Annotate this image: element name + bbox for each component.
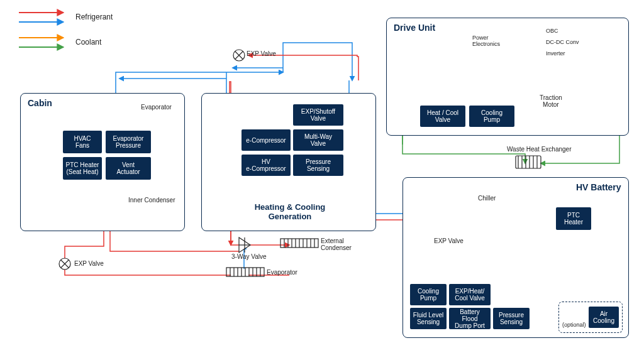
label-chiller: Chiller (478, 195, 496, 202)
label-inner-condenser: Inner Condenser (128, 197, 175, 204)
label-optional: (optional) (562, 322, 586, 328)
battery-title: HV Battery (576, 182, 621, 192)
chip-heat-cool-valve: Heat / Cool Valve (420, 106, 465, 127)
chip-ptc-heater-batt: PTC Heater (556, 207, 591, 230)
label-power-elec: Power Electronics (472, 35, 500, 47)
label-exp-valve-batt: EXP Valve (434, 237, 464, 244)
chip-pressure-hcg: Pressure Sensing (293, 155, 343, 176)
chip-hvac-fans: HVAC Fans (63, 131, 102, 153)
label-inverter: Inverter (546, 50, 565, 57)
diagram-stage: M * Refrigerant Coolant (0, 0, 644, 343)
cabin-group (20, 93, 185, 231)
label-traction: Traction Motor (540, 94, 562, 108)
chip-evap-pressure: Evaporator Pressure (106, 131, 151, 153)
label-evaporator: Evaporator (141, 104, 172, 111)
label-ext-condenser: External Condenser (321, 237, 352, 251)
chip-air-cooling: Air Cooling (589, 307, 619, 328)
chip-e-compressor: e-Compressor (242, 129, 291, 151)
label-3way: 3-Way Valve (231, 253, 267, 260)
label-dcdc: DC-DC Conv (546, 39, 579, 45)
label-whe: Waste Heat Exchanger (507, 146, 571, 153)
chip-vent-actuator: Vent Actuator (106, 157, 151, 180)
label-exp-valve-top: EXP Valve (247, 50, 276, 57)
label-obc: OBC (546, 28, 558, 34)
chip-battery-flood: Battery Flood Dump Port (449, 308, 491, 329)
chip-exp-shutoff: EXP/Shutoff Valve (293, 104, 343, 126)
chip-pressure-batt: Pressure Sensing (493, 308, 530, 329)
chip-exp-heat-cool: EXP/Heat/ Cool Valve (449, 284, 491, 305)
chip-cooling-pump-batt: Cooling Pump (410, 284, 447, 305)
exp-valve-icon (233, 50, 245, 61)
chip-ptc-seat: PTC Heater (Seat Heat) (63, 157, 102, 180)
cabin-title: Cabin (28, 98, 52, 108)
chip-cooling-pump-drive: Cooling Pump (469, 106, 514, 127)
drive-title: Drive Unit (394, 23, 435, 33)
hcg-title: Heating & Cooling Generation (243, 202, 337, 221)
legend-coolant: Coolant (75, 38, 101, 46)
label-evaporator-bottom: Evaporator (267, 269, 297, 276)
label-exp-valve-left: EXP Valve (74, 260, 104, 267)
legend-refrigerant: Refrigerant (75, 13, 113, 21)
chip-multiway: Multi-Way Valve (293, 129, 343, 151)
chip-hv-e-compressor: HV e-Compressor (242, 155, 291, 176)
chip-fluid-level: Fluid Level Sensing (410, 308, 447, 329)
